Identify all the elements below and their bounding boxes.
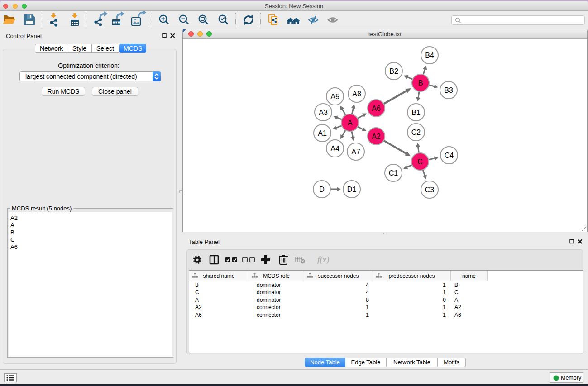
svg-text:A2: A2 xyxy=(372,133,381,140)
svg-text:B1: B1 xyxy=(411,109,421,116)
svg-text:C1: C1 xyxy=(389,169,398,177)
svg-text:B4: B4 xyxy=(425,52,434,59)
svg-text:A: A xyxy=(348,119,353,127)
svg-text:C2: C2 xyxy=(411,129,421,136)
svg-text:B2: B2 xyxy=(389,67,398,75)
svg-text:A8: A8 xyxy=(352,90,361,98)
svg-text:C4: C4 xyxy=(445,152,454,159)
svg-text:A6: A6 xyxy=(372,105,381,112)
svg-text:A3: A3 xyxy=(319,109,328,116)
svg-text:B3: B3 xyxy=(444,86,453,94)
svg-text:A7: A7 xyxy=(351,148,360,156)
svg-text:D1: D1 xyxy=(347,186,357,193)
svg-text:A4: A4 xyxy=(330,145,339,152)
svg-text:C3: C3 xyxy=(425,186,435,194)
svg-text:D: D xyxy=(319,186,325,193)
svg-text:f(x): f(x) xyxy=(317,255,329,265)
svg-text:B: B xyxy=(418,79,423,87)
svg-text:A1: A1 xyxy=(318,129,327,137)
svg-text:A5: A5 xyxy=(330,93,339,100)
svg-text:C: C xyxy=(417,158,423,166)
